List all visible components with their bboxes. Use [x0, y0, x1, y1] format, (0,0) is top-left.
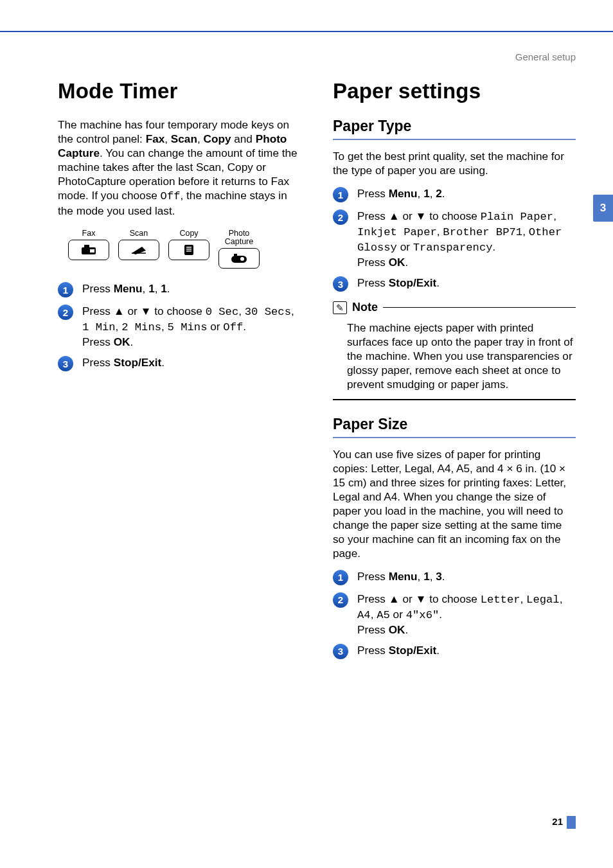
chapter-tab: 3 — [593, 195, 613, 222]
note-header: ✎ Note — [333, 301, 576, 314]
page-number: 21 — [552, 816, 563, 827]
paper-type-intro: To get the best print quality, set the m… — [333, 149, 576, 177]
photo-capture-icon — [230, 253, 248, 263]
mode-timer-intro: The machine has four temporary mode keys… — [58, 118, 301, 218]
panel-btn-copy: Copy — [168, 229, 209, 269]
svg-rect-4 — [186, 247, 191, 248]
svg-rect-5 — [186, 249, 191, 250]
left-column: Mode Timer The machine has four temporar… — [58, 79, 301, 663]
scan-icon — [130, 245, 147, 255]
copy-icon — [182, 244, 195, 256]
paper-type-step-1: 1 Press Menu, 1, 2. — [333, 186, 576, 202]
mode-timer-step-1: 1 Press Menu, 1, 1. — [58, 281, 301, 297]
step-number-icon: 3 — [333, 276, 348, 292]
step-number-icon: 2 — [333, 209, 348, 225]
note-end-rule — [333, 399, 576, 400]
step-number-icon: 3 — [58, 356, 73, 371]
panel-btn-fax: Fax — [68, 229, 109, 269]
step-number-icon: 2 — [58, 305, 73, 320]
svg-point-8 — [240, 257, 244, 261]
svg-rect-2 — [90, 249, 94, 252]
svg-rect-3 — [184, 245, 193, 255]
svg-rect-9 — [234, 254, 237, 256]
subheading-paper-type: Paper Type — [333, 118, 576, 135]
right-column: Paper settings Paper Type To get the bes… — [333, 79, 576, 663]
step-number-icon: 1 — [58, 282, 73, 297]
header-section: General setup — [58, 51, 576, 62]
svg-rect-7 — [231, 256, 247, 263]
note-icon: ✎ — [333, 301, 347, 314]
panel-btn-photo-capture: Photo Capture — [218, 229, 260, 269]
note-body: The machine ejects paper with printed su… — [333, 314, 576, 399]
control-panel-illustration: Fax Scan Copy Photo Capture — [68, 229, 301, 269]
panel-btn-scan: Scan — [118, 229, 159, 269]
heading-paper-settings: Paper settings — [333, 79, 576, 103]
paper-size-step-3: 3 Press Stop/Exit. — [333, 643, 576, 659]
content-columns: Mode Timer The machine has four temporar… — [58, 79, 576, 663]
step-number-icon: 1 — [333, 187, 348, 202]
paper-type-step-3: 3 Press Stop/Exit. — [333, 276, 576, 292]
rule — [333, 139, 576, 140]
rule — [333, 437, 576, 438]
fax-icon — [80, 244, 97, 256]
svg-rect-6 — [186, 251, 191, 252]
step-number-icon: 2 — [333, 592, 348, 608]
subheading-paper-size: Paper Size — [333, 416, 576, 433]
svg-rect-1 — [84, 245, 89, 248]
page: General setup 3 Mode Timer The machine h… — [0, 0, 613, 868]
step-number-icon: 1 — [333, 570, 348, 585]
paper-size-step-2: 2 Press ▲ or ▼ to choose Letter, Legal, … — [333, 592, 576, 637]
heading-mode-timer: Mode Timer — [58, 79, 301, 103]
top-rule — [0, 31, 613, 32]
mode-timer-step-2: 2 Press ▲ or ▼ to choose 0 Sec, 30 Secs,… — [58, 304, 301, 349]
paper-size-step-1: 1 Press Menu, 1, 3. — [333, 569, 576, 585]
step-number-icon: 3 — [333, 644, 348, 659]
paper-type-step-2: 2 Press ▲ or ▼ to choose Plain Paper, In… — [333, 209, 576, 269]
mode-timer-step-3: 3 Press Stop/Exit. — [58, 355, 301, 371]
page-number-bar — [567, 816, 576, 829]
paper-size-intro: You can use five sizes of paper for prin… — [333, 447, 576, 560]
